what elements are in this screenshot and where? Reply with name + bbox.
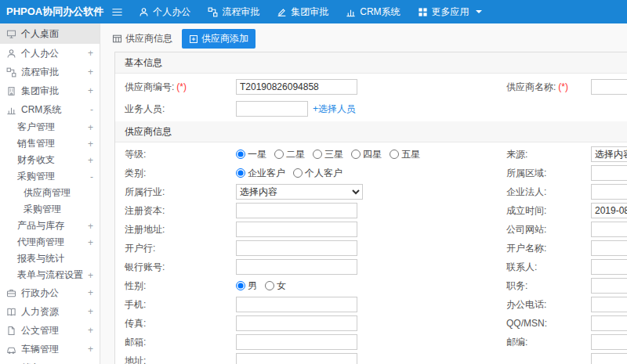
sidebar-item-document-mgmt[interactable]: 公文管理 +	[0, 321, 100, 340]
tab-supplier-info[interactable]: 供应商信息	[107, 30, 177, 48]
book-icon	[6, 307, 16, 317]
qq-msn-input[interactable]	[591, 315, 627, 331]
category-radio[interactable]	[293, 168, 303, 178]
extra-input[interactable]	[591, 353, 627, 364]
industry-select[interactable]: 选择内容	[236, 184, 363, 200]
supplier-name-label: 供应商名称:(*)	[506, 81, 591, 94]
fax-input[interactable]	[236, 315, 357, 331]
sidebar-item-customer-mgmt[interactable]: 客户管理 +	[0, 119, 100, 135]
gender-label: 性别:	[115, 279, 236, 293]
section-title-basic: 基本信息	[115, 52, 627, 74]
menu-toggle-button[interactable]	[103, 0, 130, 23]
nav-crm-system[interactable]: CRM系统	[337, 0, 408, 23]
email-label: 邮箱:	[115, 336, 236, 349]
grade-option[interactable]: 三星	[313, 148, 343, 161]
sidebar-item-reports[interactable]: 报表与统计	[0, 250, 100, 267]
sidebar-item-supplier-mgmt[interactable]: 供应商管理	[0, 185, 100, 201]
app-logo: PHPOA协同办公软件	[0, 5, 103, 19]
gender-radio[interactable]	[265, 281, 274, 290]
sidebar-item-vehicle-mgmt[interactable]: 车辆管理 +	[0, 340, 100, 359]
email-input[interactable]	[236, 334, 357, 350]
supplier-name-input[interactable]	[591, 79, 627, 95]
form-row: 手机: 办公电话:	[115, 295, 627, 314]
account-name-input[interactable]	[591, 240, 627, 256]
nav-label: 更多应用	[432, 5, 469, 19]
website-input[interactable]	[591, 222, 627, 237]
staff-input[interactable]	[236, 101, 308, 117]
sidebar-item-sales-mgmt[interactable]: 销售管理 +	[0, 135, 100, 152]
sidebar-item-crm-system[interactable]: CRM系统 -	[0, 100, 100, 119]
sidebar-item-personal-desktop[interactable]: 个人桌面	[0, 23, 100, 44]
form-row: 开户行: 开户名称:	[115, 239, 627, 258]
tab-label: 供应商添加	[201, 32, 248, 45]
user-icon	[6, 49, 16, 59]
grade-label: 等级:	[115, 148, 236, 161]
staff-label: 业务人员:	[115, 103, 236, 116]
registered-address-input[interactable]	[236, 222, 357, 237]
category-option[interactable]: 企业客户	[236, 167, 285, 180]
grade-option[interactable]: 五星	[390, 148, 420, 161]
address-input[interactable]	[236, 353, 357, 364]
sidebar-item-process-approval[interactable]: 流程审批 +	[0, 63, 100, 81]
sidebar-item-archive-mgmt[interactable]: 档案管理 +	[0, 359, 100, 364]
grade-radio[interactable]	[351, 150, 361, 159]
grade-option[interactable]: 二星	[274, 148, 305, 161]
caret-down-icon	[476, 10, 482, 16]
position-input[interactable]	[591, 278, 627, 294]
supplier-no-input[interactable]	[236, 79, 357, 95]
nav-more-apps[interactable]: 更多应用	[409, 0, 491, 23]
bank-account-label: 银行账号:	[115, 261, 236, 274]
bank-name-label: 开户行:	[115, 242, 236, 255]
grade-radio[interactable]	[313, 150, 322, 159]
office-phone-input[interactable]	[591, 297, 627, 312]
form-row: 性别: 男 女 职务:	[115, 276, 627, 295]
nav-group-approval[interactable]: 集团审批	[268, 0, 337, 23]
tab-supplier-add[interactable]: 供应商添加	[182, 29, 256, 49]
industry-label: 所属行业:	[115, 186, 236, 199]
grade-option[interactable]: 一星	[236, 148, 266, 161]
founding-date-input[interactable]	[591, 203, 627, 218]
sidebar-item-purchase-mgmt[interactable]: 采购管理 -	[0, 168, 100, 185]
gender-radio[interactable]	[236, 281, 245, 290]
grade-radio[interactable]	[274, 150, 284, 159]
nav-process-approval[interactable]: 流程审批	[199, 0, 268, 23]
sidebar-item-hr[interactable]: 人力资源 +	[0, 302, 100, 321]
sidebar-item-personal-office[interactable]: 个人办公 +	[0, 44, 100, 63]
bank-account-input[interactable]	[236, 259, 357, 275]
choose-staff-link[interactable]: +选择人员	[313, 103, 356, 116]
form-row: 银行账号: 联系人:	[115, 258, 627, 276]
sidebar-item-admin-office[interactable]: 行政办公 +	[0, 283, 100, 302]
gender-option[interactable]: 女	[265, 279, 286, 293]
legal-person-input[interactable]	[591, 184, 627, 200]
edit-icon	[277, 7, 287, 17]
sidebar-item-form-flow-settings[interactable]: 表单与流程设置 +	[0, 267, 100, 283]
source-select[interactable]: 选择内容	[591, 146, 627, 162]
menu-icon	[111, 7, 123, 17]
form-row: 业务人员: +选择人员	[115, 98, 627, 120]
form-row: 供应商编号:(*) 供应商名称:(*)	[115, 76, 627, 98]
grade-radio[interactable]	[236, 150, 245, 159]
zip-input[interactable]	[591, 334, 627, 350]
nav-personal-office[interactable]: 个人办公	[130, 0, 199, 23]
category-label: 类别:	[115, 167, 236, 180]
sidebar-item-agent-mgmt[interactable]: 代理商管理 +	[0, 234, 100, 250]
category-radio[interactable]	[236, 168, 245, 178]
tab-label: 供应商信息	[125, 32, 172, 45]
grade-radio[interactable]	[390, 150, 399, 159]
region-input[interactable]	[591, 165, 627, 181]
sidebar-item-product-inventory[interactable]: 产品与库存 +	[0, 218, 100, 234]
sidebar-item-group-approval[interactable]: 集团审批 +	[0, 81, 100, 100]
contact-input[interactable]	[591, 259, 627, 275]
supplier-no-label: 供应商编号:(*)	[115, 81, 236, 94]
gender-option[interactable]: 男	[236, 279, 257, 293]
category-option[interactable]: 个人客户	[293, 167, 342, 180]
mobile-input[interactable]	[236, 297, 357, 312]
grade-option[interactable]: 四星	[351, 148, 382, 161]
sidebar-item-finance[interactable]: 财务收支 +	[0, 152, 100, 168]
position-label: 职务:	[506, 279, 591, 293]
sidebar-item-procurement[interactable]: 采购管理	[0, 201, 100, 218]
form-row: 传真: QQ/MSN:	[115, 314, 627, 333]
bank-name-input[interactable]	[236, 240, 357, 256]
chart-icon	[6, 105, 16, 115]
registered-capital-input[interactable]	[236, 203, 357, 218]
